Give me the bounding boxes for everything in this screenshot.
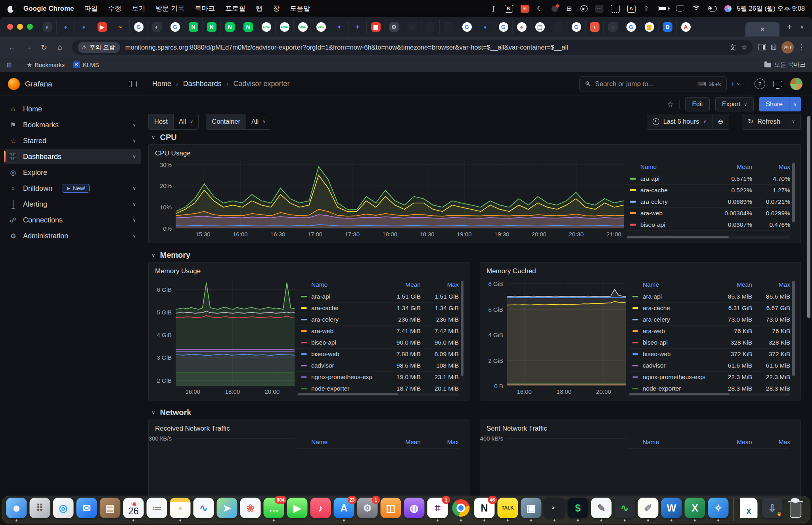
pinned-tab-7[interactable]: ◐ [148, 20, 166, 34]
translate-icon[interactable]: 文 [730, 43, 736, 52]
plot-area[interactable] [176, 437, 295, 484]
breadcrumb-dashboards[interactable]: Dashboards [183, 80, 222, 88]
share-dropdown[interactable]: ∨ [789, 97, 801, 111]
series-name[interactable]: ara-celery [311, 316, 373, 323]
menubar-clock[interactable]: 5월 26일 (월) 오후 9:08 [737, 4, 805, 13]
bookmarks-folder-item[interactable]: ★ Bookmarks [27, 61, 64, 69]
series-name[interactable]: biseo-api [311, 339, 373, 346]
pinned-tab-11[interactable]: N [221, 20, 239, 34]
series-name[interactable]: biseo-api [643, 339, 705, 346]
dock-item-screenshot-app[interactable]: ▣ [521, 498, 542, 521]
series-color-swatch[interactable] [632, 376, 638, 378]
series-name[interactable]: ara-celery [640, 198, 705, 205]
sidebar-item-drilldown[interactable]: ⌕Drilldown➤New!∨ [4, 181, 141, 196]
extensions-puzzle-icon[interactable]: ⚄ [771, 43, 777, 52]
sidebar-item-bookmarks[interactable]: ⚑Bookmarks∨ [4, 117, 141, 132]
pinned-tab-9[interactable]: N [184, 20, 203, 34]
series-name[interactable]: ara-web [640, 210, 705, 217]
series-name[interactable]: node-exporter [311, 385, 373, 392]
panel-cpu-usage[interactable]: CPU Usage 30%20%10%0% 15:3016:0016:3017:… [148, 144, 801, 243]
dock-item-reminders[interactable]: ≔ [146, 498, 168, 521]
browser-menu-icon[interactable]: ⋮ [796, 43, 806, 52]
legend-row[interactable]: biseo-api328 KiB328 KiB [628, 337, 790, 349]
series-color-swatch[interactable] [301, 365, 307, 367]
new-tab-button[interactable]: + [783, 20, 796, 34]
series-name[interactable]: ara-web [643, 328, 705, 335]
sidebar-item-dashboards[interactable]: Dashboards∨ [4, 149, 141, 164]
all-bookmarks-button[interactable]: 모든 북마크 [764, 61, 806, 69]
variable-value-dropdown[interactable]: All ∨ [173, 114, 198, 129]
series-color-swatch[interactable] [632, 388, 638, 390]
dock-item-terminal[interactable]: >_ [544, 498, 565, 521]
page-scrollbar[interactable] [807, 72, 811, 499]
home-button[interactable]: ⌂ [53, 40, 67, 54]
close-window-button[interactable] [7, 24, 13, 30]
menu-square-icon[interactable]: ⋯ [595, 5, 603, 13]
dock-item-maps[interactable]: ➤ [216, 498, 238, 521]
export-button[interactable]: Export ∨ [715, 97, 754, 111]
legend-row[interactable]: ara-web7.41 MiB7.42 MiB [297, 326, 459, 337]
legend-row[interactable]: biseo-api0.0307%0.476% [626, 219, 790, 231]
pinned-tab-25[interactable]: ♦ [476, 20, 494, 34]
edit-button[interactable]: Edit [685, 97, 710, 111]
pinned-tab-14[interactable]: LINE [276, 20, 294, 34]
tab-close-icon[interactable]: ✕ [760, 26, 765, 33]
add-new-button[interactable]: +∨ [731, 80, 740, 88]
dock-item-kakaotalk[interactable]: TALK [497, 498, 519, 521]
series-name[interactable]: ara-cache [311, 305, 373, 312]
dock-item-contacts[interactable]: ▤ [100, 498, 121, 521]
sidebar-item-administration[interactable]: ⚙Administration∨ [4, 228, 141, 243]
menubar-menu-북마크[interactable]: 북마크 [195, 4, 215, 13]
series-color-swatch[interactable] [630, 201, 636, 203]
pinned-tab-33[interactable]: G [622, 20, 640, 34]
breadcrumb-home[interactable]: Home [152, 80, 171, 88]
pinned-tab-20[interactable]: ⚙ [385, 20, 403, 34]
pinned-tab-36[interactable]: A [677, 20, 695, 34]
legend-header-max[interactable]: Max [421, 439, 459, 446]
legend-row[interactable]: ara-api85.3 MiB86.6 MiB [628, 291, 790, 303]
legend-row[interactable]: ara-api0.571%4.70% [626, 173, 790, 185]
series-color-swatch[interactable] [632, 307, 638, 309]
legend-row[interactable]: ara-celery0.0689%0.0721% [626, 196, 790, 208]
dock-item-safari[interactable]: ◎ [53, 498, 74, 521]
moon-app-icon[interactable]: ☾ [536, 5, 544, 13]
series-name[interactable]: biseo-api [640, 221, 705, 228]
plot-area[interactable] [176, 279, 295, 386]
pinned-tab-29[interactable] [549, 20, 567, 34]
dock-item-facetime[interactable]: ▶ [287, 498, 308, 521]
plot-area[interactable] [507, 279, 626, 386]
legend-scrollbar[interactable] [792, 281, 795, 376]
series-color-swatch[interactable] [301, 342, 307, 344]
panel-memory-usage[interactable]: Memory Usage 6 GiB5 GiB4 GiB3 GiB2 GiB 1… [148, 262, 469, 400]
control-center-icon[interactable] [708, 5, 717, 13]
kiosk-mode-icon[interactable] [773, 81, 782, 87]
section-header-network[interactable]: ∨ Network [148, 406, 801, 420]
dock-item-iterm[interactable]: $ [567, 498, 589, 521]
series-name[interactable]: ara-cache [640, 187, 705, 194]
pinned-tab-28[interactable]: ▢ [531, 20, 549, 34]
legend-header-max[interactable]: Max [421, 281, 459, 288]
panel-title[interactable]: Memory Cached [480, 262, 801, 277]
legend-row[interactable]: nginx-prometheus-exporter22.3 MiB22.3 Mi… [628, 372, 790, 383]
pinned-tab-35[interactable]: D [659, 20, 677, 34]
user-avatar[interactable] [790, 78, 802, 90]
dock-item-chrome[interactable] [450, 498, 472, 521]
legend-header-mean[interactable]: Mean [373, 281, 421, 288]
sent-network-chart[interactable]: 400 kB/s [484, 437, 626, 494]
sidebar-item-explore[interactable]: ◎Explore [4, 165, 141, 180]
side-panel-icon[interactable] [758, 44, 766, 50]
cpu-usage-chart[interactable]: 30%20%10%0% 15:3016:0016:3017:0017:3018:… [153, 161, 624, 239]
menubar-menu-보기[interactable]: 보기 [132, 4, 146, 13]
siri-icon[interactable] [724, 5, 732, 13]
legend-row[interactable]: ara-cache0.522%1.27% [626, 185, 790, 196]
legend-hscrollbar[interactable] [297, 393, 459, 396]
panel-memory-cached[interactable]: Memory Cached 8 GiB6 GiB4 GiB2 GiB0 B 16… [480, 262, 801, 400]
series-name[interactable]: ara-api [640, 175, 705, 182]
sidebar-item-starred[interactable]: ☆Starred∨ [4, 133, 141, 148]
pinned-tab-6[interactable]: G [130, 20, 148, 34]
legend-header-mean[interactable]: Mean [705, 281, 752, 288]
series-name[interactable]: biseo-web [643, 351, 705, 358]
legend-row[interactable]: ara-web0.00304%0.0299% [626, 208, 790, 219]
back-button[interactable]: ← [6, 40, 19, 54]
series-name[interactable]: node-exporter [643, 385, 705, 392]
